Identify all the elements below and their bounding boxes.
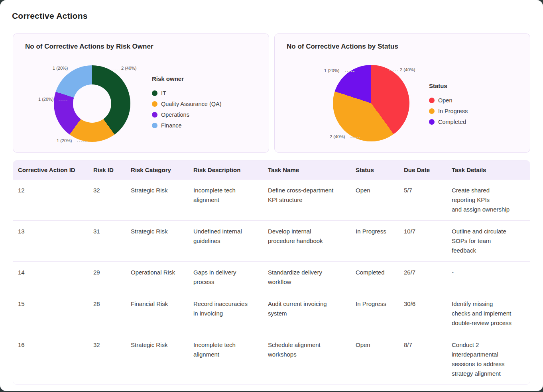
column-header-risk-description: Risk Description: [189, 161, 263, 180]
cell-risk-id: 32: [89, 180, 126, 220]
slice-label: 2 (40%): [330, 134, 345, 139]
corrective-actions-page: Corrective Actions No of Corrective Acti…: [0, 0, 543, 391]
cell-task-details: Identify missing checks and implement do…: [447, 293, 530, 334]
slice-leader-line: [73, 69, 83, 69]
cell-task-name: Standardize delivery workflow: [263, 262, 351, 293]
column-header-status: Status: [351, 161, 399, 180]
donut-chart-risk-owner: 2 (40%)1 (20%)1 (20%)1 (20%)Risk ownerIT…: [13, 34, 269, 152]
cell-corrective-action-id: 15: [13, 293, 89, 334]
cell-risk-category: Strategic Risk: [126, 221, 189, 261]
legend-item[interactable]: Quality Assurance (QA): [152, 98, 222, 109]
column-header-risk-category: Risk Category: [126, 161, 189, 180]
cell-risk-id: 28: [89, 293, 126, 334]
legend-dot-icon: [429, 108, 435, 114]
cell-risk-id: 32: [89, 334, 126, 384]
legend-item[interactable]: Open: [429, 95, 468, 106]
cell-task-details: Outline and circulate SOPs for team feed…: [447, 221, 530, 261]
legend-dot-icon: [429, 119, 435, 125]
column-header-task-name: Task Name: [263, 161, 351, 180]
chart-card-status: No of Corrective Actions by Status 2 (40…: [274, 33, 530, 153]
slice-leader-line: [345, 71, 354, 72]
column-header-task-details: Task Details: [447, 161, 530, 180]
cell-status: Open: [351, 180, 399, 220]
legend-item-label: Open: [438, 97, 452, 104]
slice-label: 1 (20%): [324, 68, 340, 73]
cell-corrective-action-id: 12: [13, 180, 89, 220]
cell-status: In Progress: [351, 293, 399, 334]
cell-task-name: Develop internal procedure handbook: [263, 221, 351, 261]
table-row: 1528Financial RiskRecord inaccuracies in…: [13, 293, 530, 334]
slice-label: 1 (20%): [38, 97, 54, 102]
cell-status: In Progress: [351, 221, 399, 261]
chart-legend: Risk ownerITQuality Assurance (QA)Operat…: [152, 75, 222, 131]
column-header-risk-id: Risk ID: [89, 161, 126, 180]
cell-risk-id: 31: [89, 221, 126, 261]
column-header-due-date: Due Date: [399, 161, 447, 180]
slice-leader-line: [350, 137, 360, 138]
slice-label: 1 (20%): [57, 138, 72, 143]
legend-item-label: Quality Assurance (QA): [161, 101, 222, 107]
legend-title: Status: [429, 82, 468, 89]
slice-label: 1 (20%): [53, 66, 68, 71]
legend-dot-icon: [429, 98, 435, 103]
table-row: 1632Strategic RiskIncomplete tech alignm…: [13, 334, 530, 384]
table-row: 1429Operational RiskGaps in delivery pro…: [13, 261, 530, 293]
legend-item[interactable]: IT: [152, 88, 222, 98]
slice-label: 2 (40%): [400, 67, 415, 72]
cell-task-details: Create shared reporting KPIs and assign …: [447, 180, 530, 220]
column-header-corrective-action-id: Corrective Action ID: [13, 161, 89, 180]
cell-task-name: Define cross-department KPI structure: [263, 180, 351, 220]
cell-risk-id: 29: [89, 262, 126, 293]
cell-risk-description: Incomplete tech alignment: [189, 180, 263, 220]
cell-risk-category: Operational Risk: [126, 262, 189, 293]
legend-item-label: In Progress: [438, 108, 468, 114]
legend-dot-icon: [152, 90, 157, 96]
cell-risk-description: Undefined internal guidelines: [189, 221, 263, 261]
slice-leader-line: [77, 141, 87, 142]
legend-item[interactable]: Completed: [429, 116, 468, 127]
legend-dot-icon: [152, 123, 157, 128]
cell-risk-description: Incomplete tech alignment: [189, 334, 263, 384]
legend-item[interactable]: In Progress: [429, 106, 468, 116]
legend-item-label: Finance: [161, 122, 182, 129]
slice-leader-line: [59, 100, 67, 100]
cell-status: Open: [351, 334, 399, 384]
cell-due-date: 30/6: [399, 293, 447, 334]
chart-card-risk-owner: No of Corrective Actions by Risk Owner 2…: [13, 33, 269, 153]
donut-hole: [73, 84, 111, 123]
cell-corrective-action-id: 16: [13, 334, 89, 384]
cell-status: Completed: [351, 262, 399, 293]
pie-chart-status: 2 (40%)2 (40%)1 (20%)StatusOpenIn Progre…: [275, 34, 530, 152]
slice-leader-line: [110, 69, 120, 69]
table-header-row: Corrective Action IDRisk IDRisk Category…: [13, 161, 530, 180]
cell-risk-category: Strategic Risk: [126, 334, 189, 384]
pie-pie[interactable]: [333, 65, 409, 141]
table-row: 1232Strategic RiskIncomplete tech alignm…: [13, 180, 530, 220]
cell-corrective-action-id: 13: [13, 221, 89, 261]
cell-task-name: Schedule alignment workshops: [263, 334, 351, 384]
legend-title: Risk owner: [152, 75, 222, 82]
page-title: Corrective Actions: [12, 11, 88, 21]
slice-label: 2 (40%): [121, 66, 137, 71]
legend-item-label: IT: [161, 90, 166, 96]
slice-leader-line: [389, 71, 398, 71]
legend-item[interactable]: Operations: [152, 109, 222, 120]
cell-corrective-action-id: 14: [13, 262, 89, 293]
legend-dot-icon: [152, 101, 157, 107]
cell-task-details: Conduct 2 interdepartmental sessions to …: [447, 334, 530, 384]
cell-risk-category: Strategic Risk: [126, 180, 189, 220]
cell-due-date: 5/7: [399, 180, 447, 220]
table-row: 1331Strategic RiskUndefined internal gui…: [13, 220, 530, 261]
table-body: 1232Strategic RiskIncomplete tech alignm…: [13, 180, 530, 384]
legend-item[interactable]: Finance: [152, 120, 222, 131]
cell-due-date: 10/7: [399, 221, 447, 261]
corrective-actions-table: Corrective Action IDRisk IDRisk Category…: [13, 160, 530, 385]
chart-legend: StatusOpenIn ProgressCompleted: [429, 82, 468, 127]
legend-dot-icon: [152, 112, 157, 118]
legend-item-label: Completed: [438, 119, 466, 125]
cell-risk-category: Financial Risk: [126, 293, 189, 334]
cell-due-date: 26/7: [399, 262, 447, 293]
cell-risk-description: Gaps in delivery process: [189, 262, 263, 293]
cell-risk-description: Record inaccuracies in invoicing: [189, 293, 263, 334]
cell-due-date: 8/7: [399, 334, 447, 384]
